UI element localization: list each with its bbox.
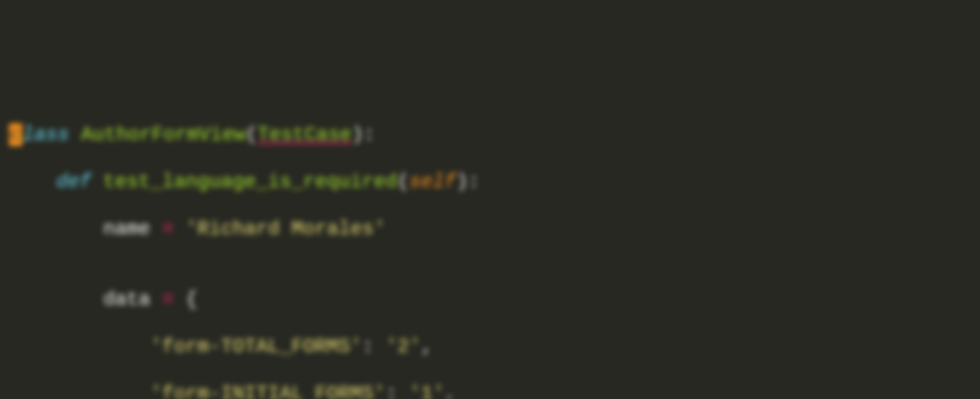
param: self: [409, 171, 456, 193]
code-line: data = {: [9, 288, 971, 311]
class-name: AuthorFormView: [81, 124, 246, 146]
variable: name: [103, 218, 150, 240]
code-editor[interactable]: class AuthorFormView(TestCase): def test…: [9, 99, 971, 399]
function-name: test_language_is_required: [103, 171, 397, 193]
keyword: def: [56, 171, 91, 193]
code-line: class AuthorFormView(TestCase):: [9, 123, 971, 147]
string: 'Richard Morales': [186, 218, 385, 240]
dict-value: '1': [409, 383, 444, 399]
variable: data: [103, 288, 150, 311]
keyword: lass: [22, 124, 69, 146]
operator: =: [162, 288, 174, 311]
code-line: name = 'Richard Morales': [9, 217, 971, 241]
base-class: TestCase: [257, 124, 351, 146]
code-line: def test_language_is_required(self):: [9, 170, 971, 194]
operator: =: [162, 218, 174, 240]
code-line: 'form-TOTAL_FORMS': '2',: [9, 335, 971, 358]
code-line: 'form-INITIAL_FORMS': '1',: [9, 382, 971, 399]
text-cursor: c: [9, 124, 22, 146]
dict-key: 'form-TOTAL_FORMS': [150, 336, 362, 358]
dict-value: '2': [385, 336, 421, 358]
dict-key: 'form-INITIAL_FORMS': [150, 383, 385, 399]
